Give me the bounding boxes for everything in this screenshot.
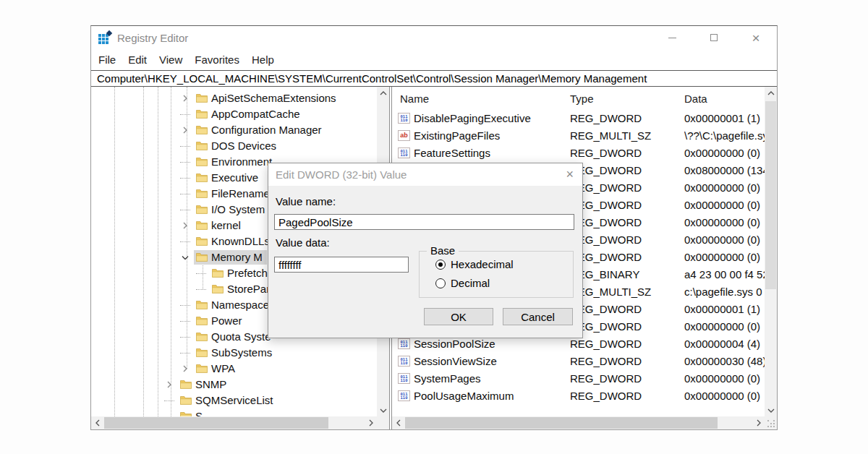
tree-item-memory-m[interactable]: Memory M (91, 249, 267, 265)
menu-file[interactable]: File (98, 53, 116, 66)
tree-item-content[interactable]: kernel (194, 218, 245, 233)
tree-item-content[interactable]: SNMP (178, 377, 231, 392)
tree-item-configuration-manager[interactable]: Configuration Manager (91, 122, 326, 138)
tree-expander[interactable] (179, 252, 191, 263)
tree-item-content[interactable]: Prefetch (210, 266, 272, 280)
scroll-right-icon[interactable] (365, 416, 377, 429)
menu-help[interactable]: Help (252, 53, 274, 66)
scroll-left-icon[interactable] (392, 416, 404, 429)
column-header-name[interactable]: Name (400, 93, 429, 105)
chevron-right-icon[interactable] (179, 93, 191, 104)
tree-item-power[interactable]: Power (91, 313, 247, 329)
tree-item-content[interactable]: Environment (194, 155, 276, 169)
list-horizontal-scrollbar[interactable] (392, 416, 765, 429)
tree-item-s[interactable]: S (91, 408, 207, 416)
scroll-up-icon[interactable] (765, 87, 777, 99)
tree-item-label: StorePar (227, 283, 270, 295)
tree-item-executive[interactable]: Executive (91, 170, 263, 186)
tree-expander[interactable] (179, 363, 191, 374)
tree-item-content[interactable]: StorePar (210, 282, 274, 296)
tree-item-content[interactable]: KnownDLLs (194, 234, 274, 249)
chevron-right-icon[interactable] (179, 363, 191, 374)
radio-decimal[interactable]: Decimal (435, 277, 490, 289)
minimize-button[interactable] (651, 26, 693, 49)
tree-item-content[interactable]: Memory M (194, 250, 267, 265)
tree-expander[interactable] (179, 220, 191, 231)
tree-item-content[interactable]: S (178, 409, 207, 416)
tree-item-content[interactable]: Quota Syste (194, 330, 276, 344)
dialog-close-button[interactable]: × (566, 163, 574, 186)
value-row-sessionviewsize[interactable]: 011110SessionViewSizeREG_DWORD0x00000030… (392, 353, 765, 370)
chevron-right-icon[interactable] (179, 220, 191, 231)
menu-edit[interactable]: Edit (128, 53, 147, 66)
chevron-right-icon[interactable] (179, 124, 191, 136)
tree-item-snmp[interactable]: SNMP (91, 377, 231, 393)
chevron-down-icon[interactable] (179, 252, 191, 263)
scroll-down-icon[interactable] (377, 404, 389, 416)
tree-item-filerename[interactable]: FileRename (91, 186, 274, 202)
scroll-left-icon[interactable] (91, 416, 103, 429)
value-row-poolusagemaximum[interactable]: 011110PoolUsageMaximumREG_DWORD0x0000000… (392, 387, 765, 405)
tree-item-kernel[interactable]: kernel (91, 218, 245, 234)
list-vscroll-thumb[interactable] (765, 101, 776, 289)
radio-button-icon[interactable] (435, 260, 446, 270)
value-data-input[interactable] (274, 257, 409, 273)
column-header-type[interactable]: Type (570, 93, 594, 105)
tree-expander[interactable] (163, 379, 175, 390)
tree-item-content[interactable]: Configuration Manager (194, 123, 326, 137)
tree-item-sqmservicelist[interactable]: SQMServiceList (91, 393, 278, 408)
value-row-existingpagefiles[interactable]: abExistingPageFilesREG_MULTI_SZ\??\C:\pa… (392, 127, 765, 145)
resize-grip-icon[interactable] (767, 420, 775, 427)
tree-item-quota-syste[interactable]: Quota Syste (91, 329, 276, 345)
ok-button[interactable]: OK (424, 308, 493, 325)
address-bar[interactable]: Computer\HKEY_LOCAL_MACHINE\SYSTEM\Curre… (91, 70, 777, 87)
value-name-input[interactable] (274, 214, 574, 230)
menu-favorites[interactable]: Favorites (195, 53, 239, 66)
tree-item-content[interactable]: WPA (194, 361, 239, 376)
tree-horizontal-scrollbar[interactable] (91, 416, 377, 429)
tree-item-wpa[interactable]: WPA (91, 361, 239, 377)
chevron-right-icon[interactable] (163, 379, 175, 390)
tree-item-dos-devices[interactable]: DOS Devices (91, 138, 281, 154)
tree-hscroll-thumb[interactable] (104, 417, 328, 429)
cancel-button[interactable]: Cancel (503, 308, 573, 325)
tree-item-content[interactable]: AppCompatCache (194, 107, 305, 121)
tree-item-storepar[interactable]: StorePar (91, 281, 274, 297)
scroll-up-icon[interactable] (377, 87, 389, 99)
column-header-data[interactable]: Data (684, 93, 707, 105)
tree-item-subsystems[interactable]: SubSystems (91, 345, 276, 361)
tree-item-content[interactable]: FileRename (194, 187, 274, 201)
tree-item-content[interactable]: Namespace (194, 298, 273, 312)
tree-item-appcompatcache[interactable]: AppCompatCache (91, 106, 305, 122)
tree-item-apisetschemaextensions[interactable]: ApiSetSchemaExtensions (91, 90, 341, 106)
tree-item-knowndlls[interactable]: KnownDLLs (91, 234, 274, 249)
list-vertical-scrollbar[interactable] (765, 87, 777, 416)
value-name-cell: SessionPoolSize (414, 338, 495, 350)
tree-expander[interactable] (179, 93, 191, 104)
value-row-disablepagingexecutive[interactable]: 011110DisablePagingExecutiveREG_DWORD0x0… (392, 110, 765, 127)
tree-item-label: KnownDLLs (211, 235, 270, 247)
value-row-systempages[interactable]: 011110SystemPagesREG_DWORD0x00000000 (0) (392, 370, 765, 387)
value-row-featuresettings[interactable]: 011110FeatureSettingsREG_DWORD0x00000000… (392, 145, 765, 162)
tree-item-environment[interactable]: Environment (91, 154, 276, 170)
tree-item-namespace[interactable]: Namespace (91, 297, 273, 313)
maximize-button[interactable] (693, 26, 735, 49)
close-button[interactable]: × (735, 26, 777, 49)
menu-view[interactable]: View (159, 53, 182, 66)
scroll-down-icon[interactable] (765, 404, 777, 416)
tree-item-content[interactable]: SubSystems (194, 346, 276, 360)
list-hscroll-thumb[interactable] (405, 417, 718, 429)
radio-hexadecimal[interactable]: Hexadecimal (435, 258, 514, 270)
tree-item-content[interactable]: DOS Devices (194, 139, 281, 153)
tree-item-content[interactable]: I/O System (194, 202, 269, 217)
tree-expander[interactable] (179, 124, 191, 136)
tree-item-prefetch[interactable]: Prefetch (91, 265, 272, 281)
tree-item-content[interactable]: Power (194, 314, 247, 328)
tree-item-i-o-system[interactable]: I/O System (91, 202, 269, 218)
tree-item-content[interactable]: Executive (194, 171, 263, 185)
radio-button-icon[interactable] (435, 278, 446, 288)
tree-item-content[interactable]: SQMServiceList (178, 393, 278, 408)
tree-item-content[interactable]: ApiSetSchemaExtensions (194, 91, 341, 106)
tree-connector (163, 395, 175, 406)
scroll-right-icon[interactable] (752, 416, 765, 429)
